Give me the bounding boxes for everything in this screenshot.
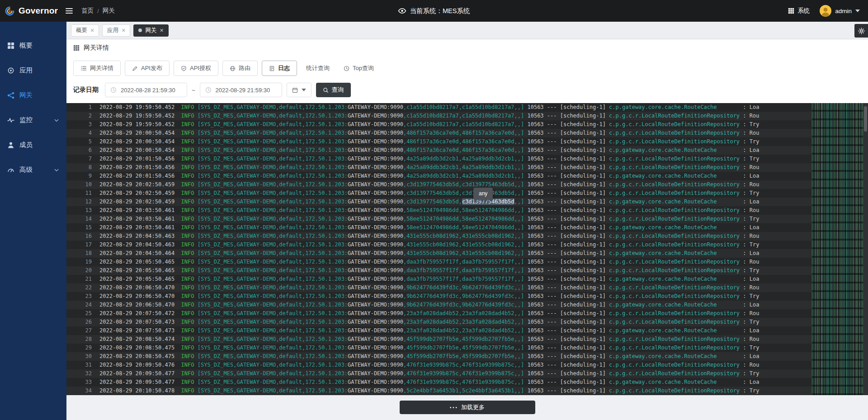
load-more-button[interactable]: 加载更多 (400, 401, 535, 414)
log-line[interactable]: 272022-08-29 20:07:50.473 INFO [SYS_DZ_M… (66, 326, 868, 335)
scrollbar-thumb[interactable] (864, 106, 867, 132)
log-line[interactable]: 282022-08-29 20:08:50.474 INFO [SYS_DZ_M… (66, 335, 868, 344)
log-scrollbar[interactable] (863, 103, 868, 395)
main-content: 概要 × 应用 × 网关 × 网关详情 网关详情 API发布 (66, 22, 868, 420)
current-system-label: 当前系统：MES系统 (410, 7, 470, 15)
log-line[interactable]: 322022-08-29 20:09:50.477 INFO [SYS_DZ_M… (66, 369, 868, 378)
breadcrumb-separator: / (97, 8, 99, 14)
sidebar-item-label: 应用 (19, 66, 33, 75)
log-line[interactable]: 52022-08-29 20:00:50.454 INFO [SYS_DZ_ME… (66, 137, 868, 146)
caret-down-icon (302, 89, 306, 91)
log-line[interactable]: 242022-08-29 20:06:50.470 INFO [SYS_DZ_M… (66, 301, 868, 309)
log-line[interactable]: 32022-08-29 19:59:50.452 INFO [SYS_DZ_ME… (66, 120, 868, 129)
user-menu-button[interactable]: admin (820, 5, 860, 17)
username: admin (835, 8, 852, 14)
log-line[interactable]: 92022-08-29 20:01:50.456 INFO [SYS_DZ_ME… (66, 172, 868, 180)
log-line[interactable]: 312022-08-29 20:09:50.476 INFO [SYS_DZ_M… (66, 361, 868, 369)
active-dot (138, 28, 142, 32)
log-line[interactable]: 182022-08-29 20:04:50.464 INFO [SYS_DZ_M… (66, 249, 868, 258)
tab-logs[interactable]: 日志 (262, 61, 297, 76)
log-line[interactable]: 302022-08-29 20:08:50.475 INFO [SYS_DZ_M… (66, 352, 868, 361)
end-date-input[interactable]: 2022-08-29 21:59:30 (200, 83, 282, 97)
date-range-separator: ~ (192, 87, 195, 94)
log-viewer: 12022-08-29 19:59:50.452 INFO [SYS_DZ_ME… (66, 103, 868, 395)
open-tabs-bar: 概要 × 应用 × 网关 × (66, 22, 868, 39)
log-line[interactable]: 222022-08-29 20:06:50.470 INFO [SYS_DZ_M… (66, 283, 868, 292)
log-line[interactable]: 162022-08-29 20:04:50.463 INFO [SYS_DZ_M… (66, 232, 868, 241)
gateway-detail-panel: 网关详情 网关详情 API发布 API授权 路由 日志 (66, 39, 868, 103)
log-line[interactable]: 132022-08-29 20:03:50.461 INFO [SYS_DZ_M… (66, 206, 868, 215)
sidebar-item-application[interactable]: 应用 (0, 58, 66, 83)
log-line[interactable]: 342022-08-29 20:10:50.478 INFO [SYS_DZ_M… (66, 387, 868, 395)
tab-label: 网关 (145, 27, 156, 34)
date-preset-dropdown[interactable] (287, 83, 311, 97)
log-line[interactable]: 72022-08-29 20:01:50.456 INFO [SYS_DZ_ME… (66, 155, 868, 163)
log-line[interactable]: 332022-08-29 20:09:50.477 INFO [SYS_DZ_M… (66, 378, 868, 387)
log-line[interactable]: 252022-08-29 20:07:50.472 INFO [SYS_DZ_M… (66, 309, 868, 318)
chevron-down-icon (54, 118, 59, 123)
gateway-icon (7, 92, 14, 99)
log-line[interactable]: 42022-08-29 20:00:50.454 INFO [SYS_DZ_ME… (66, 129, 868, 137)
log-line[interactable]: 292022-08-29 20:08:50.475 INFO [SYS_DZ_M… (66, 344, 868, 352)
gear-icon (858, 28, 865, 34)
tab-label: 路由 (239, 64, 250, 72)
tab-gateway-detail[interactable]: 网关详情 (73, 61, 121, 76)
sidebar-item-label: 网关 (19, 91, 33, 99)
sidebar-item-advanced[interactable]: 高级 (0, 157, 66, 182)
tab-label: API授权 (190, 64, 211, 72)
tab-api-publish[interactable]: API发布 (125, 61, 170, 76)
log-line[interactable]: 122022-08-29 20:02:50.459 INFO [SYS_DZ_M… (66, 198, 868, 206)
close-icon[interactable]: × (90, 27, 94, 33)
log-line[interactable]: 152022-08-29 20:03:50.461 INFO [SYS_DZ_M… (66, 223, 868, 232)
start-date-input[interactable]: 2022-08-28 21:59:30 (105, 83, 187, 97)
log-line[interactable]: 142022-08-29 20:03:50.461 INFO [SYS_DZ_M… (66, 215, 868, 223)
tab-statistics-query[interactable]: 统计查询 (301, 61, 335, 76)
sidebar-item-label: 成员 (19, 141, 33, 149)
tab-label: 日志 (278, 64, 290, 72)
avatar (820, 5, 831, 17)
tab-label: API发布 (141, 64, 162, 72)
detail-tabs: 网关详情 API发布 API授权 路由 日志 统计查询 (66, 57, 868, 80)
tab-api-auth[interactable]: API授权 (174, 61, 218, 76)
chevron-down-icon (54, 167, 59, 173)
sidebar-item-monitoring[interactable]: 监控 (0, 108, 66, 132)
log-line[interactable]: 232022-08-29 20:06:50.470 INFO [SYS_DZ_M… (66, 292, 868, 301)
close-icon[interactable]: × (122, 27, 125, 33)
tab-label: 网关详情 (90, 64, 113, 72)
close-icon[interactable]: × (160, 27, 163, 33)
log-line[interactable]: 172022-08-29 20:04:50.463 INFO [SYS_DZ_M… (66, 241, 868, 249)
document-icon (269, 66, 275, 71)
log-line[interactable]: 82022-08-29 20:01:50.456 INFO [SYS_DZ_ME… (66, 163, 868, 172)
tab-gateway[interactable]: 网关 × (133, 24, 168, 37)
sidebar-item-members[interactable]: 成员 (0, 132, 66, 157)
log-line[interactable]: 62022-08-29 20:00:50.454 INFO [SYS_DZ_ME… (66, 146, 868, 155)
log-line[interactable]: 112022-08-29 20:02:50.459 INFO [SYS_DZ_M… (66, 189, 868, 198)
log-line[interactable]: 22022-08-29 19:59:50.452 INFO [SYS_DZ_ME… (66, 112, 868, 120)
grid-icon (788, 8, 794, 14)
grid-icon (73, 45, 80, 51)
log-line[interactable]: 202022-08-29 20:05:50.465 INFO [SYS_DZ_M… (66, 266, 868, 275)
tab-application[interactable]: 应用 × (102, 24, 130, 37)
log-line[interactable]: 212022-08-29 20:05:50.465 INFO [SYS_DZ_M… (66, 275, 868, 283)
system-menu-button[interactable]: 系统 (788, 7, 810, 15)
menu-icon[interactable] (65, 7, 73, 15)
tab-routes[interactable]: 路由 (222, 61, 258, 76)
tab-top-query[interactable]: Top查询 (339, 61, 379, 76)
dashboard-icon (7, 42, 14, 49)
monitor-icon (7, 117, 14, 124)
breadcrumb-home[interactable]: 首页 (81, 7, 94, 15)
log-line[interactable]: 192022-08-29 20:05:50.465 INFO [SYS_DZ_M… (66, 258, 868, 266)
sidebar-item-overview[interactable]: 概要 (0, 33, 66, 58)
member-icon (7, 142, 14, 149)
log-line[interactable]: 102022-08-29 20:02:50.459 INFO [SYS_DZ_M… (66, 180, 868, 189)
sidebar-item-gateway[interactable]: 网关 (0, 83, 66, 108)
sidebar: 概要 应用 网关 监控 成员 高级 (0, 22, 66, 420)
search-button[interactable]: 查询 (316, 83, 351, 97)
log-line[interactable]: 262022-08-29 20:07:50.473 INFO [SYS_DZ_M… (66, 318, 868, 326)
tab-label: 统计查询 (306, 64, 330, 72)
tab-overview[interactable]: 概要 × (71, 24, 99, 37)
log-line[interactable]: 12022-08-29 19:59:50.452 INFO [SYS_DZ_ME… (66, 103, 868, 112)
current-system-indicator: 当前系统：MES系统 (398, 0, 470, 22)
shield-icon (181, 66, 187, 71)
settings-gear-button[interactable] (854, 24, 868, 38)
